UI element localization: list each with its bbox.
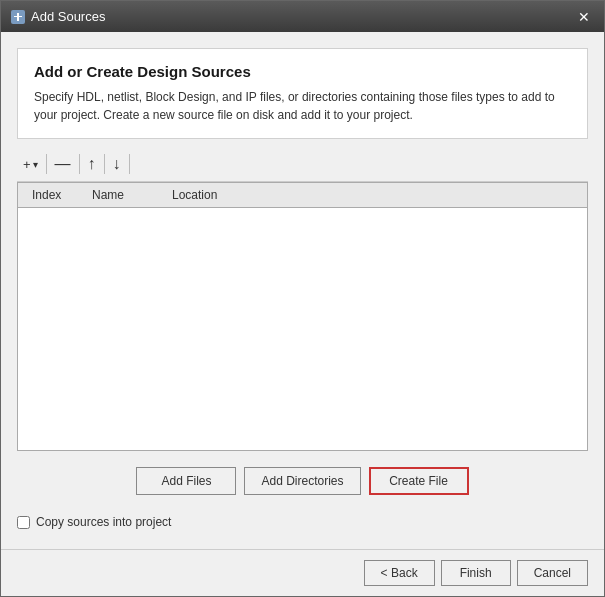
add-icon: + [23, 157, 31, 172]
file-table: Index Name Location [17, 182, 588, 451]
dialog-window: Add Sources ✕ Add or Create Design Sourc… [0, 0, 605, 597]
add-directories-button[interactable]: Add Directories [244, 467, 360, 495]
cancel-button[interactable]: Cancel [517, 560, 588, 586]
toolbar-divider-1 [46, 154, 47, 174]
title-bar: Add Sources ✕ [1, 1, 604, 32]
add-dropdown-icon: ▾ [33, 159, 38, 170]
header-section: Add or Create Design Sources Specify HDL… [17, 48, 588, 139]
section-description: Specify HDL, netlist, Block Design, and … [34, 88, 571, 124]
create-file-button[interactable]: Create File [369, 467, 469, 495]
column-index: Index [24, 186, 84, 204]
action-buttons: Add Files Add Directories Create File [17, 463, 588, 499]
app-icon [11, 10, 25, 24]
close-button[interactable]: ✕ [574, 7, 594, 27]
table-body [18, 208, 587, 408]
move-down-button[interactable]: ↓ [107, 151, 127, 177]
file-list-area: + ▾ — ↑ ↓ Index Name Location [17, 151, 588, 451]
column-name: Name [84, 186, 164, 204]
toolbar-divider-2 [79, 154, 80, 174]
add-files-button[interactable]: Add Files [136, 467, 236, 495]
copy-sources-checkbox[interactable] [17, 516, 30, 529]
toolbar-divider-3 [104, 154, 105, 174]
table-header: Index Name Location [18, 183, 587, 208]
section-title: Add or Create Design Sources [34, 63, 571, 80]
footer: < Back Finish Cancel [1, 549, 604, 596]
main-content: Add or Create Design Sources Specify HDL… [1, 32, 604, 549]
toolbar-divider-4 [129, 154, 130, 174]
remove-button[interactable]: — [49, 151, 77, 177]
copy-sources-label: Copy sources into project [36, 515, 171, 529]
svg-rect-1 [17, 13, 19, 21]
back-button[interactable]: < Back [364, 560, 435, 586]
move-up-button[interactable]: ↑ [82, 151, 102, 177]
add-button[interactable]: + ▾ [17, 153, 44, 176]
dialog-title: Add Sources [31, 9, 105, 24]
title-bar-left: Add Sources [11, 9, 105, 24]
column-location: Location [164, 186, 581, 204]
toolbar: + ▾ — ↑ ↓ [17, 151, 588, 182]
finish-button[interactable]: Finish [441, 560, 511, 586]
checkbox-row: Copy sources into project [17, 511, 588, 533]
